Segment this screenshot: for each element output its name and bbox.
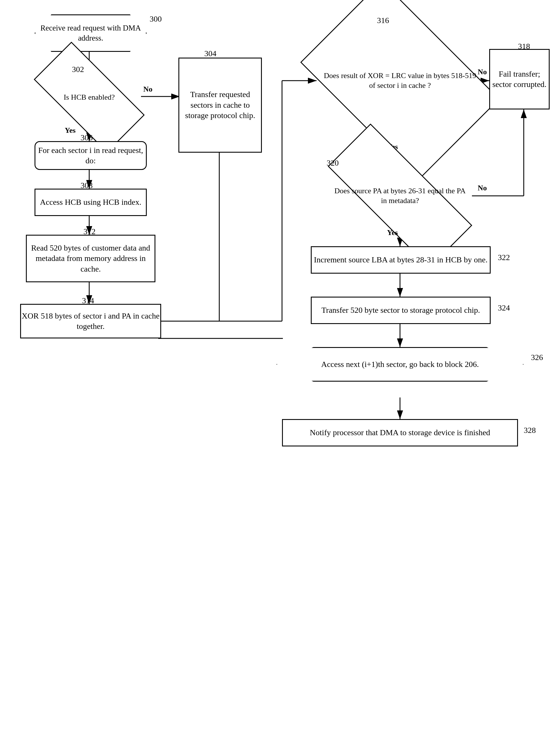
ref-324: 324 [498, 303, 510, 313]
node-324-label: Transfer 520 byte sector to storage prot… [322, 305, 480, 315]
node-326: Access next (i+1)th sector, go back to b… [276, 347, 524, 382]
node-318: Fail transfer; sector corrupted. [489, 49, 549, 110]
ref-320: 320 [327, 158, 339, 167]
node-306-label: For each sector i in read request, do: [35, 145, 146, 166]
ref-306: 306 [81, 133, 93, 142]
node-302-label: Is HCB enabled? [64, 93, 115, 102]
node-322-label: Increment source LBA at bytes 28-31 in H… [314, 255, 488, 265]
node-314: XOR 518 bytes of sector i and PA in cach… [20, 304, 161, 338]
ref-322: 322 [498, 253, 510, 262]
node-306: For each sector i in read request, do: [35, 141, 147, 170]
ref-302: 302 [72, 65, 84, 74]
ref-314: 314 [82, 296, 94, 305]
node-320-label: Does source PA at bytes 26-31 equal the … [332, 186, 468, 206]
flowchart-diagram: Receive read request with DMA address. 3… [0, 0, 560, 750]
ref-326: 326 [531, 353, 543, 362]
node-326-label: Access next (i+1)th sector, go back to b… [321, 359, 479, 370]
node-308: Access HCB using HCB index. [35, 189, 147, 216]
node-328: Notify processor that DMA to storage dev… [282, 419, 518, 447]
n320-yes-label: Yes [387, 229, 398, 237]
node-318-label: Fail transfer; sector corrupted. [490, 69, 549, 90]
n320-no-label: No [478, 184, 487, 192]
ref-300: 300 [150, 14, 162, 24]
node-308-label: Access HCB using HCB index. [40, 197, 141, 208]
ref-316: 316 [377, 16, 389, 25]
node-316-label: Does result of XOR = LRC value in bytes … [320, 71, 480, 91]
n316-no-label: No [478, 68, 487, 76]
node-314-label: XOR 518 bytes of sector i and PA in cach… [21, 311, 160, 332]
node-312-label: Read 520 bytes of customer data and meta… [27, 243, 154, 274]
node-304: Transfer requested sectors in cache to s… [179, 58, 262, 153]
node-300-label: Receive read request with DMA address. [35, 23, 146, 43]
node-324: Transfer 520 byte sector to storage prot… [311, 297, 491, 324]
node-322: Increment source LBA at bytes 28-31 in H… [311, 246, 491, 274]
n302-yes-label: Yes [65, 126, 76, 135]
ref-308: 308 [81, 181, 93, 190]
ref-312: 312 [83, 227, 96, 236]
ref-304: 304 [204, 49, 216, 58]
n302-no-label: No [143, 85, 152, 94]
ref-328: 328 [524, 426, 536, 435]
ref-318: 318 [518, 42, 530, 51]
node-312: Read 520 bytes of customer data and meta… [26, 235, 155, 282]
node-328-label: Notify processor that DMA to storage dev… [310, 428, 490, 438]
node-304-label: Transfer requested sectors in cache to s… [179, 89, 261, 121]
node-300: Receive read request with DMA address. [35, 14, 147, 52]
